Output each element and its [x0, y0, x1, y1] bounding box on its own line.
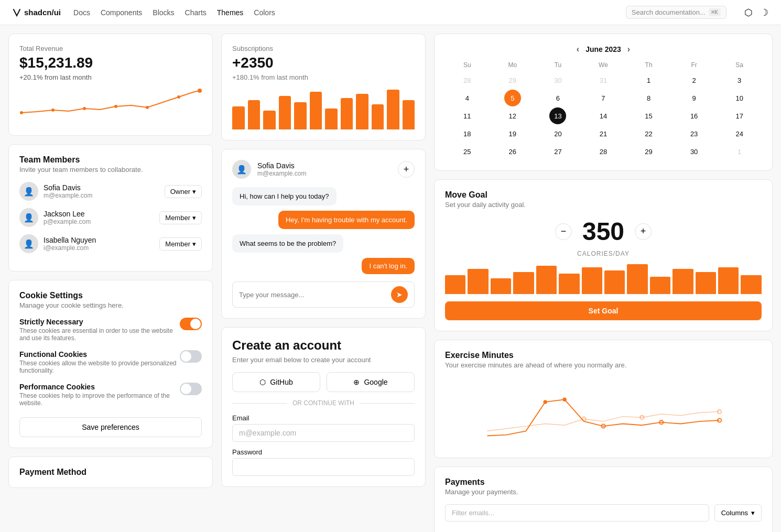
goal-bar	[672, 269, 693, 294]
cal-day[interactable]: 5	[504, 90, 521, 106]
cal-day[interactable]: 4	[459, 90, 475, 106]
cookie-toggle-necessary: Strictly Necessary These cookies are ess…	[19, 318, 202, 342]
cal-day[interactable]: 10	[731, 90, 748, 106]
theme-toggle-icon[interactable]: ☽	[760, 7, 768, 18]
cal-day[interactable]: 15	[641, 107, 657, 124]
cal-day[interactable]: 7	[595, 90, 612, 106]
nav-charts[interactable]: Charts	[185, 8, 207, 17]
nav-logo[interactable]: shadcn/ui	[13, 8, 61, 17]
nav-colors[interactable]: Colors	[254, 8, 275, 17]
columns-button[interactable]: Columns ▾	[714, 504, 762, 522]
github-icon[interactable]: ⬡	[744, 7, 753, 18]
cal-day[interactable]: 1	[641, 72, 657, 89]
payments-sub: Manage your payments.	[445, 488, 762, 496]
cal-day[interactable]: 29	[641, 143, 657, 160]
payments-title: Payments	[445, 477, 762, 487]
google-btn-label: Google	[364, 378, 387, 386]
filter-emails-input[interactable]	[445, 504, 709, 522]
navbar: shadcn/ui Docs Components Blocks Charts …	[0, 0, 781, 25]
cal-day[interactable]: 1	[731, 143, 748, 160]
calendar-card: ‹ June 2023 › SuMoTuWeThFrSa282930311234…	[434, 34, 773, 171]
github-button[interactable]: ⬡ GitHub	[232, 372, 320, 392]
cal-day[interactable]: 16	[686, 107, 702, 124]
chat-add-button[interactable]: +	[398, 161, 415, 178]
cookie-desc-0: These cookies are essential in order to …	[19, 327, 180, 342]
cal-day[interactable]: 24	[731, 125, 748, 142]
cal-prev-button[interactable]: ‹	[577, 45, 579, 54]
nav-search[interactable]: Search documentation... ⌘K	[626, 6, 726, 19]
cal-day[interactable]: 14	[595, 107, 612, 124]
cal-day[interactable]: 17	[731, 107, 748, 124]
chat-input-row: ➤	[232, 281, 415, 308]
google-button[interactable]: ⊕ Google	[327, 372, 415, 392]
cal-day[interactable]: 29	[504, 72, 521, 89]
save-preferences-button[interactable]: Save preferences	[19, 417, 202, 437]
total-revenue-card: Total Revenue $15,231.89 +20.1% from las…	[8, 34, 213, 136]
avatar-sofia: 👤	[19, 182, 38, 201]
nav-docs[interactable]: Docs	[73, 8, 90, 17]
cal-next-button[interactable]: ›	[627, 45, 630, 54]
cal-day[interactable]: 19	[504, 125, 521, 142]
cal-day[interactable]: 22	[641, 125, 657, 142]
chat-msg-3: I can't log in.	[362, 258, 415, 274]
password-input[interactable]	[232, 458, 415, 476]
email-input[interactable]	[232, 424, 415, 442]
cal-day[interactable]: 8	[641, 90, 657, 106]
cal-day[interactable]: 27	[549, 143, 566, 160]
cal-day-header: Th	[626, 59, 671, 71]
decrease-button[interactable]: −	[555, 223, 572, 240]
cal-day[interactable]: 30	[549, 72, 566, 89]
cal-day[interactable]: 25	[459, 143, 475, 160]
cal-day[interactable]: 13	[549, 107, 566, 124]
sub-bar	[325, 108, 338, 129]
cal-day[interactable]: 2	[686, 72, 702, 89]
cal-day-header: Fr	[672, 59, 717, 71]
columns-label: Columns	[721, 509, 748, 517]
nav-blocks[interactable]: Blocks	[153, 8, 174, 17]
role-badge-isabella[interactable]: Member ▾	[159, 237, 202, 251]
nav-themes[interactable]: Themes	[217, 8, 244, 17]
chevron-down-icon: ▾	[751, 509, 755, 517]
col-email[interactable]: Email ↕	[490, 528, 547, 532]
chat-send-button[interactable]: ➤	[391, 286, 408, 303]
member-row-1: 👤 Jackson Lee p@example.com Member ▾	[19, 208, 202, 227]
cookie-toggle-0[interactable]	[180, 318, 202, 330]
chat-card: 👤 Sofia Davis m@example.com + Hi, how ca…	[221, 149, 426, 319]
cookie-name-1: Functional Cookies	[19, 350, 180, 359]
cal-day[interactable]: 30	[686, 143, 702, 160]
divider-left	[232, 403, 287, 404]
cal-day[interactable]: 6	[549, 90, 566, 106]
set-goal-button[interactable]: Set Goal	[445, 301, 762, 320]
cookie-row-1: Functional Cookies These cookies allow t…	[19, 350, 202, 374]
role-badge-jackson[interactable]: Member ▾	[159, 211, 202, 224]
nav-links: Docs Components Blocks Charts Themes Col…	[73, 8, 275, 17]
cal-day[interactable]: 23	[686, 125, 702, 142]
cal-day[interactable]: 20	[549, 125, 566, 142]
cookie-toggle-2[interactable]	[180, 383, 202, 395]
divider-text: OR CONTINUE WITH	[292, 399, 354, 407]
cal-day[interactable]: 3	[731, 72, 748, 89]
cal-day[interactable]: 11	[459, 107, 475, 124]
cal-day[interactable]: 12	[504, 107, 521, 124]
col-amount: Amount	[547, 528, 681, 532]
chat-msg-0: Hi, how can I help you today?	[232, 187, 337, 205]
col-status: Status	[445, 528, 490, 532]
cookie-toggle-1[interactable]	[180, 350, 202, 363]
member-info-sofia: Sofia Davis m@example.com	[44, 183, 159, 199]
email-field-group: Email	[232, 414, 415, 448]
cal-day[interactable]: 31	[595, 72, 612, 89]
cal-day[interactable]: 21	[595, 125, 612, 142]
cal-day[interactable]: 26	[504, 143, 521, 160]
cal-day[interactable]: 28	[459, 72, 475, 89]
or-divider: OR CONTINUE WITH	[232, 399, 415, 407]
cal-day-header: We	[581, 59, 626, 71]
nav-components[interactable]: Components	[101, 8, 142, 17]
cal-day[interactable]: 9	[686, 90, 702, 106]
member-name-sofia: Sofia Davis	[44, 183, 159, 192]
cal-day[interactable]: 28	[595, 143, 612, 160]
role-badge-sofia[interactable]: Owner ▾	[165, 185, 202, 198]
payment-method-card: Payment Method	[8, 457, 213, 488]
cal-day[interactable]: 18	[459, 125, 475, 142]
chat-input[interactable]	[239, 291, 387, 299]
increase-button[interactable]: +	[635, 223, 652, 240]
